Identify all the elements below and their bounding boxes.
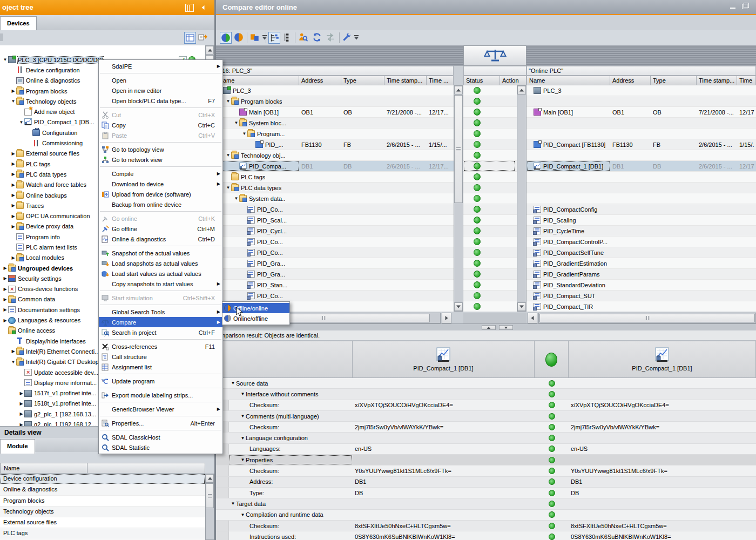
status-row[interactable] <box>463 269 517 280</box>
left-compare-row[interactable]: ▼PLC_3 <box>216 85 454 96</box>
right-compare-row[interactable]: Main [OB1]OB1OB7/21/2008 -...12/17 <box>526 107 756 118</box>
right-compare-row[interactable]: PID_GradientParams <box>526 269 756 280</box>
detail-row[interactable]: ▼Language configuration <box>216 433 756 443</box>
menu-item-go-offline[interactable]: Go offlineCtrl+M <box>99 224 222 234</box>
expand-arrow-icon[interactable]: ▼ <box>240 392 246 396</box>
expand-arrow-icon[interactable]: ▼ <box>225 99 231 104</box>
status-row[interactable] <box>463 85 517 96</box>
left-compare-row[interactable]: PID_Gra... <box>216 269 454 280</box>
expand-arrow-icon[interactable]: ▶ <box>2 276 8 281</box>
menu-item-assignment-list[interactable]: Assignment list <box>99 362 222 372</box>
name-cell[interactable]: PID_CompactSelfTune <box>526 247 610 258</box>
left-compare-row[interactable]: PID_...FB1130FB2/6/2015 - ...1/15/... <box>216 139 454 150</box>
name-cell[interactable]: ▼PLC_3 <box>216 85 299 96</box>
detail-label[interactable]: Languages: <box>229 444 353 454</box>
detail-label[interactable]: ▼Compilation and runtime data <box>229 510 353 520</box>
details-scroll-up[interactable] <box>206 474 214 483</box>
name-cell[interactable]: PID_CycleTime <box>526 226 610 236</box>
expand-arrow-icon[interactable]: ▶ <box>10 255 16 260</box>
menu-item-load-snapshots-as-actual-values[interactable]: Load snapshots as actual values <box>99 258 222 268</box>
expand-arrow-icon[interactable]: ▼ <box>240 414 246 418</box>
detail-label[interactable]: ▼Comments (multi-language) <box>229 411 353 421</box>
splitter-up-button[interactable] <box>482 325 496 330</box>
detail-label[interactable]: ▼Interface without comments <box>229 389 353 399</box>
menu-item-snapshot-of-the-actual-values[interactable]: Snapshot of the actual values <box>99 248 222 258</box>
col-time[interactable]: Time <box>737 76 756 85</box>
left-compare-row[interactable]: PID_Cycl... <box>216 226 454 237</box>
left-vscroll-up[interactable] <box>454 86 463 94</box>
expand-arrow-icon[interactable]: ▼ <box>225 185 231 190</box>
expand-arrow-icon[interactable]: ▶ <box>10 161 16 166</box>
left-vscroll-down[interactable] <box>454 302 463 311</box>
detail-row[interactable]: Instructions used:0S8Y630mK6SuBNlKBIWnKo… <box>216 531 756 540</box>
menu-item-download-to-device[interactable]: Download to device▶ <box>99 179 222 189</box>
expand-arrow-icon[interactable]: ▶ <box>18 422 24 426</box>
compare-splitter[interactable] <box>216 323 756 331</box>
col-name[interactable]: Name <box>216 76 299 85</box>
expand-arrow-icon[interactable]: ▼ <box>230 501 236 506</box>
status-row[interactable] <box>463 96 517 107</box>
right-compare-row[interactable]: PLC_3 <box>526 85 756 96</box>
details-row[interactable]: Technology objects <box>0 507 205 517</box>
left-compare-row[interactable]: PID_Co... <box>216 237 454 247</box>
col-type[interactable]: Type <box>651 76 697 85</box>
right-compare-row[interactable]: PID_CompactSelfTune <box>526 247 756 258</box>
left-compare-row[interactable]: Main [OB1]OB1OB7/21/2008 -...12/17... <box>216 107 454 118</box>
expand-arrow-icon[interactable]: ▼ <box>10 360 16 364</box>
expand-arrow-icon[interactable]: ▶ <box>2 266 8 271</box>
menu-item-update-program[interactable]: VUpdate program <box>99 376 222 386</box>
menu-item-sdaipe[interactable]: SdaIPE▶ <box>99 61 222 71</box>
detail-row[interactable]: Checksum:8xtSFXItUe50hNxeC+HLTCgsm5w=8xt… <box>216 521 756 531</box>
detail-row[interactable]: Languages:en-USen-US <box>216 444 756 455</box>
status-row[interactable] <box>463 139 517 150</box>
expand-arrow-icon[interactable]: ▶ <box>2 318 8 323</box>
expand-arrow-icon[interactable]: ▼ <box>2 57 8 62</box>
detail-label[interactable]: ▼Properties <box>229 455 353 465</box>
detail-label[interactable]: Address: <box>229 477 353 487</box>
detail-row[interactable]: Checksum:2jmj7l5rSw0yVb/vlWAYkK/YBwk=2jm… <box>216 422 756 433</box>
menu-item-cut[interactable]: CutCtrl+X <box>99 110 222 120</box>
details-row[interactable]: External source files <box>0 517 205 528</box>
right-compare-row[interactable] <box>526 193 756 204</box>
col-address[interactable]: Address <box>610 76 651 85</box>
refresh-button[interactable] <box>312 32 323 44</box>
menu-item-call-structure[interactable]: Call structure <box>99 352 222 362</box>
tab-devices[interactable]: Devices <box>0 16 37 31</box>
name-cell[interactable]: PID_GradientParams <box>526 269 610 279</box>
right-compare-row[interactable] <box>526 129 756 139</box>
expand-arrow-icon[interactable]: ▶ <box>10 203 16 208</box>
menu-item-properties[interactable]: Properties...Alt+Enter <box>99 418 222 428</box>
detail-right-object[interactable]: PID_Compact_1 [DB1] <box>569 341 756 378</box>
left-compare-row[interactable]: PLC tags <box>216 172 454 183</box>
detail-label[interactable]: ▼Target data <box>229 498 353 509</box>
name-cell[interactable] <box>526 129 610 139</box>
col-time[interactable]: Time ... <box>427 76 454 85</box>
name-cell[interactable]: PID_Compa... <box>216 161 299 171</box>
status-vscroll[interactable] <box>517 85 526 312</box>
right-compare-row[interactable]: PID_Scaling <box>526 215 756 226</box>
settings-dropdown-caret[interactable] <box>353 32 360 44</box>
menu-item-compile[interactable]: Compile▶ <box>99 168 222 179</box>
name-cell[interactable]: ▼Technology obj... <box>216 150 299 160</box>
left-compare-row[interactable]: ▼Technology obj... <box>216 150 454 161</box>
name-cell[interactable]: PLC tags <box>216 172 299 182</box>
comparison-criteria-dropdown-caret[interactable] <box>261 32 268 44</box>
minimize-icon[interactable] <box>730 3 737 10</box>
expand-arrow-icon[interactable]: ▼ <box>225 153 231 158</box>
right-compare-row[interactable]: PID_GradientEstimation <box>526 258 756 269</box>
expand-arrow-icon[interactable]: ▶ <box>2 297 8 302</box>
menu-item-go-to-topology-view[interactable]: Go to topology view <box>99 144 222 154</box>
menu-item-copy-snapshots-to-start-values[interactable]: Copy snapshots to start values▶ <box>99 279 222 289</box>
expand-arrow-icon[interactable]: ▼ <box>18 120 24 125</box>
menu-item-online-diagnostics[interactable]: Online & diagnosticsCtrl+D <box>99 234 222 244</box>
right-compare-row[interactable]: PID_Compact [FB1130]FB1130FB2/6/2015 - .… <box>526 139 756 150</box>
name-cell[interactable] <box>526 118 610 128</box>
detail-row[interactable]: Type:DBDB <box>216 488 756 498</box>
menu-item-open-block-plc-data-type[interactable]: Open block/PLC data type...F7 <box>99 96 222 106</box>
menu-item-open-in-new-editor[interactable]: Open in new editor <box>99 85 222 96</box>
right-compare-row[interactable] <box>526 150 756 161</box>
status-row[interactable] <box>463 215 517 226</box>
detail-row[interactable]: ▼Comments (multi-language) <box>216 411 756 422</box>
col-timestamp[interactable]: Time stamp... <box>697 76 737 85</box>
name-cell[interactable]: ▼Program blocks <box>216 96 299 106</box>
